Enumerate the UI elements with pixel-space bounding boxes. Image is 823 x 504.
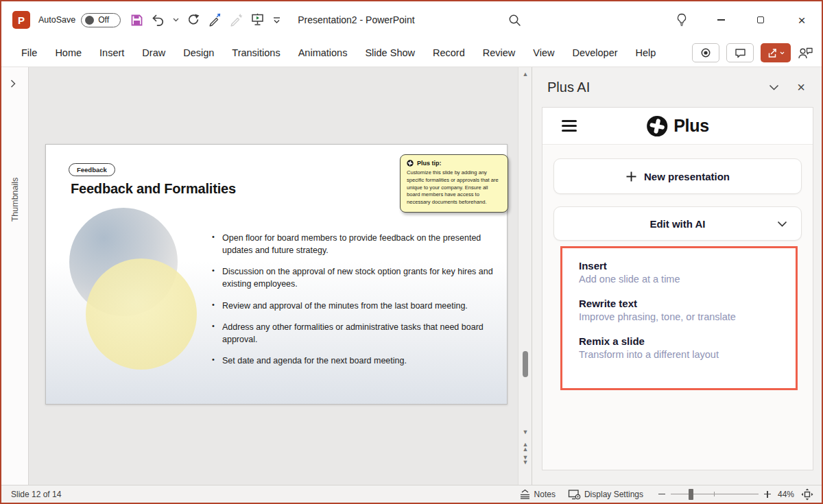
slide-bullet[interactable]: Review and approval of the minutes from … <box>211 300 497 312</box>
panel-title: Plus AI <box>547 80 590 95</box>
zoom-slider[interactable] <box>671 490 759 499</box>
plus-tip-title: Plus tip: <box>417 160 442 167</box>
autosave-toggle[interactable]: Off <box>81 13 121 27</box>
quick-access-toolbar <box>130 11 281 29</box>
save-icon[interactable] <box>130 11 143 29</box>
option-subtitle: Improve phrasing, tone, or translate <box>579 311 782 322</box>
scroll-down-icon[interactable]: ▼ <box>518 429 532 435</box>
minimize-button[interactable] <box>711 1 731 38</box>
edit-with-ai-button[interactable]: Edit with AI <box>553 206 802 241</box>
next-slide-icon[interactable]: ▼▼ <box>518 455 532 465</box>
panel-close-icon[interactable]: × <box>797 80 805 94</box>
ribbon-tab[interactable]: Insert <box>91 41 133 64</box>
display-settings-label: Display Settings <box>584 490 643 499</box>
ribbon-tab[interactable]: File <box>12 41 46 64</box>
ribbon-tab[interactable]: Slide Show <box>356 41 424 64</box>
zoom-slider-thumb[interactable] <box>689 489 693 500</box>
slide-canvas[interactable]: Feedback Feedback and Formalities Open f… <box>45 144 508 405</box>
ribbon-tab[interactable]: View <box>524 41 563 64</box>
undo-icon[interactable] <box>151 11 165 29</box>
comments-button[interactable] <box>726 43 754 62</box>
zoom-level[interactable]: 44% <box>771 490 794 499</box>
ribbon-right-controls <box>692 43 813 62</box>
autosave-state: Off <box>98 15 109 25</box>
plus-brand-name: Plus <box>673 116 709 136</box>
slide-bullet-list[interactable]: Open floor for board members to provide … <box>211 232 497 376</box>
highlighted-options-box: Insert Add one slide at a time Rewrite t… <box>560 246 798 390</box>
zoom-slider-group <box>658 490 771 499</box>
panel-header: Plus AI × <box>532 67 822 107</box>
start-slideshow-icon[interactable] <box>250 11 265 29</box>
addin-header: Plus <box>542 108 813 145</box>
ribbon-tab[interactable]: Review <box>474 41 525 64</box>
ai-menu-option[interactable]: Remix a slide Transform into a different… <box>579 335 782 360</box>
undo-dropdown-chevron-icon[interactable] <box>173 11 179 29</box>
share-button[interactable] <box>761 43 791 62</box>
title-bar: P AutoSave Off <box>1 1 822 38</box>
draw-pen-icon[interactable] <box>208 11 222 29</box>
lightbulb-icon[interactable] <box>673 1 690 38</box>
ribbon-tab[interactable]: Help <box>627 41 665 64</box>
option-title: Rewrite text <box>579 298 782 309</box>
decorative-circle-yellow[interactable] <box>86 259 197 370</box>
previous-slide-icon[interactable]: ▲▲ <box>518 442 532 452</box>
maximize-button[interactable] <box>750 1 771 38</box>
display-settings-icon <box>568 489 581 500</box>
option-subtitle: Transform into a different layout <box>579 349 782 360</box>
plus-tip-body: Customize this slide by adding any speci… <box>407 169 502 206</box>
panel-collapse-chevron-icon[interactable] <box>769 84 779 91</box>
option-title: Insert <box>579 260 782 272</box>
new-presentation-button[interactable]: New presentation <box>553 158 802 194</box>
plus-brand: Plus <box>646 115 709 137</box>
slide-bullet[interactable]: Discussion on the approval of new stock … <box>211 265 497 290</box>
zoom-out-icon[interactable] <box>658 494 665 495</box>
ai-menu-option[interactable]: Rewrite text Improve phrasing, tone, or … <box>579 298 782 322</box>
slide-title[interactable]: Feedback and Formalities <box>71 181 236 197</box>
redo-icon[interactable] <box>187 11 200 29</box>
search-icon[interactable] <box>506 1 523 38</box>
ribbon-tab[interactable]: Developer <box>563 41 626 64</box>
plus-addin-card: Plus New presentation Edit with AI <box>542 107 813 470</box>
ai-menu-option[interactable]: Insert Add one slide at a time <box>579 260 782 285</box>
presence-people-icon[interactable] <box>798 46 813 60</box>
scroll-up-icon[interactable]: ▲ <box>518 71 532 77</box>
thumbnails-expand-chevron-icon[interactable] <box>10 78 16 91</box>
ribbon-tab[interactable]: Home <box>46 41 91 64</box>
plus-logo-icon <box>646 115 668 137</box>
new-presentation-label: New presentation <box>644 171 730 182</box>
fit-slide-button[interactable] <box>801 488 813 501</box>
chevron-down-icon <box>777 217 787 230</box>
ribbon-tab-bar: FileHomeInsertDrawDesignTransitionsAnima… <box>1 38 822 67</box>
thumbnails-strip: Thumbnails <box>1 67 29 485</box>
document-title: Presentation2 - PowerPoint <box>298 14 414 25</box>
menu-hamburger-icon[interactable] <box>562 120 577 132</box>
plus-ai-panel: Plus AI × Plus Ne <box>532 67 822 485</box>
option-title: Remix a slide <box>579 335 782 347</box>
record-button[interactable] <box>692 43 719 62</box>
vertical-scrollbar[interactable]: ▲ ▼ ▲▲ ▼▼ <box>518 67 532 485</box>
powerpoint-app-icon[interactable]: P <box>12 11 30 29</box>
notes-label: Notes <box>534 490 556 499</box>
ribbon-tab[interactable]: Record <box>424 41 474 64</box>
slide-bullet[interactable]: Set date and agenda for the next board m… <box>211 355 497 367</box>
plus-tip-note[interactable]: Plus tip: Customize this slide by adding… <box>400 154 508 213</box>
notes-toggle[interactable]: Notes <box>519 489 556 499</box>
ribbon-tab[interactable]: Transitions <box>223 41 289 64</box>
addin-body: New presentation Edit with AI Insert Add <box>542 145 813 390</box>
thumbnails-label[interactable]: Thumbnails <box>10 178 20 222</box>
slide-bullet[interactable]: Open floor for board members to provide … <box>211 232 497 256</box>
ribbon-tab[interactable]: Animations <box>289 41 357 64</box>
scrollbar-thumb[interactable] <box>523 351 528 377</box>
ribbon-tab[interactable]: Draw <box>133 41 174 64</box>
customize-quick-access-icon[interactable] <box>272 11 281 29</box>
slide-bullet[interactable]: Address any other formalities or adminis… <box>211 321 497 346</box>
display-settings-button[interactable]: Display Settings <box>568 489 643 500</box>
status-bar: Slide 12 of 14 Notes Display Settings 44… <box>1 485 822 503</box>
option-subtitle: Add one slide at a time <box>579 274 782 285</box>
zoom-in-icon[interactable] <box>764 491 771 498</box>
slide-badge[interactable]: Feedback <box>69 163 115 176</box>
close-button[interactable]: × <box>791 1 812 38</box>
plus-sign-icon <box>625 171 637 182</box>
plus-tip-header: Plus tip: <box>407 160 502 167</box>
ribbon-tab[interactable]: Design <box>174 41 223 64</box>
